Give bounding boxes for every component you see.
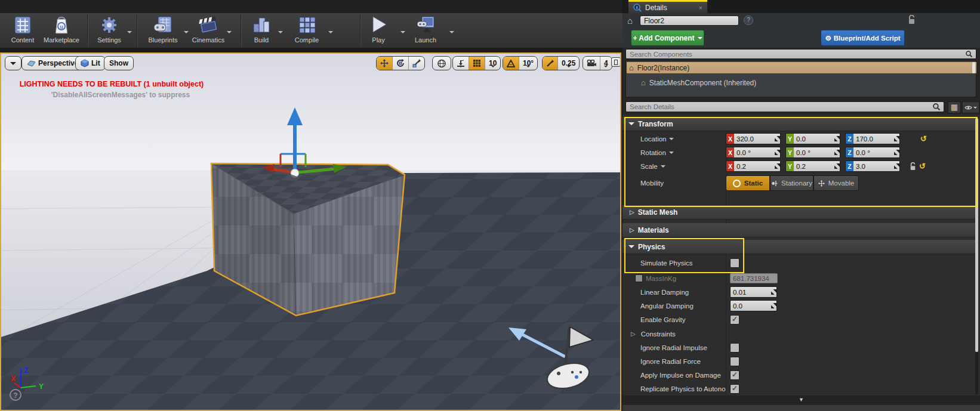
grid-snap-toggle-button[interactable] — [469, 57, 485, 70]
grid-view-icon[interactable]: ▦ — [948, 101, 961, 113]
static-mesh-section-header[interactable]: ▷ Static Mesh — [622, 205, 976, 220]
camera-speed-value-button[interactable]: 4 — [600, 57, 612, 70]
rotation-snap-value-button[interactable]: 10° — [519, 57, 537, 70]
scale-x-field[interactable]: X0.2 — [726, 160, 781, 172]
checkbox[interactable]: ✓ — [730, 370, 739, 380]
location-z-field[interactable]: Z170.0 — [845, 133, 900, 144]
chevron-down-icon[interactable] — [449, 31, 454, 36]
component-row[interactable]: ⌂ StaticMeshComponent (Inherited) — [627, 77, 980, 88]
rotate-icon — [396, 59, 405, 67]
checkbox[interactable] — [730, 258, 739, 268]
settings-gear-icon — [99, 14, 119, 36]
launch-icon — [415, 14, 436, 36]
close-icon[interactable]: × — [699, 4, 702, 11]
blueprints-button[interactable]: Blueprints — [142, 14, 184, 47]
chevron-down-icon — [10, 62, 16, 68]
angular-damping-field[interactable]: 0.0 — [730, 300, 777, 311]
display-filter-button[interactable] — [962, 101, 979, 113]
help-icon[interactable]: ? — [744, 16, 753, 25]
expander-closed-icon: ▷ — [630, 209, 634, 215]
rotation-y-field[interactable]: Y0.0 ° — [785, 147, 840, 158]
perspective-button[interactable]: Perspective — [21, 56, 84, 70]
tree-scrollbar[interactable] — [972, 62, 975, 73]
svg-text:u: u — [60, 24, 63, 30]
translate-tool-button[interactable] — [377, 57, 393, 70]
chevron-down-icon[interactable] — [227, 31, 232, 36]
search-components-input[interactable]: Search Components — [625, 49, 976, 59]
checkbox[interactable] — [730, 357, 739, 366]
scale-lock-icon[interactable] — [910, 162, 916, 171]
physics-section-header[interactable]: Physics — [622, 240, 976, 254]
scale-snap-toggle-button[interactable] — [543, 57, 558, 70]
maximize-viewport-button[interactable] — [611, 57, 621, 67]
content-button[interactable]: Content — [5, 14, 41, 47]
add-component-button[interactable]: + Add Component — [631, 30, 704, 46]
scale-tool-button[interactable] — [409, 57, 424, 70]
expander-closed-icon: ▷ — [631, 330, 636, 337]
checkbox[interactable] — [730, 343, 739, 353]
reset-to-default-icon[interactable]: ↺ — [919, 162, 926, 171]
lit-mode-button[interactable]: Lit — [75, 56, 106, 70]
component-row-selected[interactable]: ⌂ Floor2(Instance) — [627, 62, 976, 73]
expander-open-icon — [628, 122, 634, 128]
scale-z-field[interactable]: Z3.0 — [845, 160, 900, 172]
toolbar-separator — [241, 14, 242, 47]
world-local-toggle-button[interactable] — [432, 56, 451, 70]
viewport-canvas[interactable]: Z Y X ? LIGHTING NEEDS TO BE REBUILT (1 … — [0, 52, 621, 411]
lighting-warning-text: LIGHTING NEEDS TO BE REBUILT (1 unbuilt … — [13, 80, 210, 88]
search-details-input[interactable]: Search Details — [625, 101, 944, 112]
play-button[interactable]: Play — [362, 14, 395, 47]
checkbox[interactable]: ✓ — [730, 315, 739, 325]
constraints-row[interactable]: ▷ Constraints — [622, 327, 976, 340]
cinematics-button[interactable]: Cinematics — [189, 14, 228, 47]
location-y-field[interactable]: Y0.0 — [785, 133, 840, 144]
lock-icon[interactable] — [908, 15, 916, 24]
linear-damping-field[interactable]: 0.01 — [730, 286, 777, 298]
settings-button[interactable]: Settings — [92, 14, 127, 47]
scroll-more-strip[interactable]: ▼ — [622, 395, 980, 404]
camera-speed-button[interactable] — [583, 57, 600, 70]
actor-home-icon: ⌂ — [627, 16, 633, 25]
mobility-static-button[interactable]: Static — [726, 175, 770, 191]
rotate-tool-button[interactable] — [393, 57, 409, 70]
svg-text:i: i — [636, 5, 637, 10]
checkbox[interactable] — [635, 274, 643, 282]
checkbox[interactable]: ✓ — [730, 384, 739, 394]
blueprint-add-script-button[interactable]: ⚙ Blueprint/Add Script — [821, 30, 905, 46]
chevron-down-icon[interactable] — [328, 31, 333, 36]
chevron-down-icon[interactable] — [184, 31, 189, 36]
rotation-z-field[interactable]: Z0.0 ° — [845, 147, 900, 158]
rotation-snap-toggle-button[interactable] — [503, 57, 519, 70]
marketplace-button[interactable]: u Marketplace — [39, 14, 84, 47]
svg-text:Z: Z — [24, 366, 28, 375]
rotation-x-field[interactable]: X0.0 ° — [726, 147, 781, 158]
build-button[interactable]: Build — [246, 14, 277, 47]
mobility-movable-button[interactable]: Movable — [813, 175, 859, 191]
viewport-options-button[interactable] — [5, 56, 21, 70]
location-x-field[interactable]: X320.0 — [726, 133, 781, 144]
scale-snap-value-button[interactable]: 0.25 — [558, 57, 579, 70]
grid-snap-value-button[interactable]: 10 — [485, 57, 500, 70]
transform-section-header[interactable]: Transform — [622, 117, 976, 131]
perspective-icon — [27, 60, 36, 67]
tab-details[interactable]: i Details × — [628, 0, 707, 13]
actor-name-field[interactable]: Floor2 — [640, 16, 739, 26]
chevron-down-icon — [491, 66, 495, 69]
scale-y-field[interactable]: Y0.2 — [785, 160, 840, 172]
cinematics-icon — [198, 14, 219, 36]
show-menu-button[interactable]: Show — [104, 56, 134, 70]
compile-button[interactable]: Compile — [289, 14, 325, 47]
chevron-down-icon[interactable] — [278, 31, 283, 36]
chevron-down-icon[interactable] — [400, 31, 405, 36]
mobility-stationary-button[interactable]: Stationary — [770, 175, 813, 191]
chevron-down-icon — [661, 165, 665, 170]
scrollbar-thumb[interactable] — [975, 118, 978, 352]
lit-cube-icon — [81, 59, 89, 67]
surface-snap-button[interactable] — [453, 57, 469, 70]
scale-snap-icon — [546, 60, 554, 67]
launch-button[interactable]: Launch — [408, 14, 443, 47]
chevron-down-icon[interactable] — [127, 31, 132, 36]
reset-to-default-icon[interactable]: ↺ — [920, 134, 927, 143]
rotation-snap-icon — [507, 60, 515, 67]
materials-section-header[interactable]: ▷ Materials — [622, 223, 976, 237]
